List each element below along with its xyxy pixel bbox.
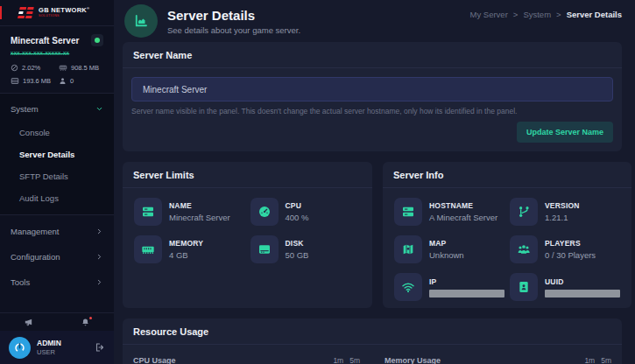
resource-usage-card: Resource Usage CPU Usage 1m 5m Memory Us… bbox=[123, 318, 622, 364]
sidebar-item-sftp-details[interactable]: SFTP Details bbox=[0, 165, 114, 187]
logout-icon[interactable] bbox=[95, 342, 105, 353]
info-item-uuid: UUID bbox=[510, 273, 620, 301]
gauge-icon bbox=[258, 205, 272, 219]
limit-label: DISK bbox=[286, 239, 309, 248]
chevron-right-icon bbox=[95, 278, 103, 286]
icon-tile bbox=[510, 273, 538, 301]
info-label: HOSTNAME bbox=[429, 201, 497, 210]
limit-value: 4 GB bbox=[169, 250, 203, 260]
legend-5m: 5m bbox=[601, 356, 611, 364]
status-online-dot bbox=[95, 38, 100, 43]
memory-icon bbox=[59, 64, 67, 72]
wifi-icon bbox=[401, 280, 415, 294]
info-label: UUID bbox=[545, 277, 620, 286]
brand-name: GB NETWORK bbox=[39, 6, 87, 14]
notification-dot bbox=[89, 317, 93, 320]
server-name-input[interactable] bbox=[131, 77, 613, 102]
configuration-label: Configuration bbox=[11, 252, 60, 262]
stat-disk-value: 193.6 MB bbox=[23, 77, 51, 85]
limit-value: 50 GB bbox=[286, 250, 309, 260]
stat-memory: 908.5 MB bbox=[59, 64, 103, 72]
announcements-icon[interactable] bbox=[24, 318, 33, 327]
server-stats: 2.02% 908.5 MB 193.6 MB 0 bbox=[11, 64, 103, 85]
limit-label: MEMORY bbox=[169, 239, 203, 248]
stat-disk: 193.6 MB bbox=[11, 77, 59, 85]
cpu-usage-chart-header: CPU Usage 1m 5m bbox=[133, 356, 372, 364]
server-info-card: Server Info HOSTNAMEA Minecraft Server V… bbox=[383, 162, 631, 308]
management-label: Management bbox=[11, 227, 59, 236]
info-value: 1.21.1 bbox=[545, 213, 580, 222]
nav-group-system[interactable]: System bbox=[0, 96, 114, 122]
avatar[interactable] bbox=[9, 337, 31, 359]
sidebar-item-management[interactable]: Management bbox=[0, 219, 114, 244]
brand-logo[interactable]: GB NETWORK® SOLUTIONS bbox=[0, 0, 114, 26]
redacted-value-bar bbox=[545, 290, 620, 298]
sidebar-item-configuration[interactable]: Configuration bbox=[0, 244, 114, 270]
icon-tile bbox=[394, 235, 422, 263]
sidebar-item-console[interactable]: Console bbox=[0, 122, 114, 144]
ram-icon bbox=[141, 242, 155, 256]
page-subtitle: See details about your game server. bbox=[167, 25, 300, 35]
user-role: USER bbox=[37, 348, 61, 356]
notifications-button[interactable] bbox=[81, 318, 90, 327]
limit-item-disk: DISK50 GB bbox=[250, 235, 362, 263]
limit-value: Minecraft Server bbox=[169, 213, 230, 222]
map-icon bbox=[401, 242, 415, 256]
id-card-icon bbox=[517, 280, 531, 294]
icon-tile bbox=[394, 198, 422, 226]
server-name-card: Server Name Server name visible in the p… bbox=[123, 42, 622, 151]
cpu-usage-legend: 1m 5m bbox=[333, 356, 360, 364]
server-name-label: Minecraft Server bbox=[11, 36, 79, 46]
edge-accent bbox=[0, 6, 2, 19]
redacted-value-bar bbox=[429, 290, 504, 298]
topbar: Server Details See details about your ga… bbox=[123, 0, 622, 42]
stat-players-value: 0 bbox=[70, 77, 74, 85]
chevron-right-icon bbox=[95, 253, 103, 261]
server-summary: Minecraft Server xxx.xxx.xxx.xxxxx.xx 2.… bbox=[0, 26, 114, 94]
nav-group-system-label: System bbox=[11, 104, 39, 114]
server-icon bbox=[141, 205, 155, 219]
icon-tile bbox=[250, 198, 279, 226]
limit-item-cpu: CPU400 % bbox=[250, 198, 362, 226]
sidebar-item-tools[interactable]: Tools bbox=[0, 270, 114, 295]
nav-system-group: System Console Server Details SFTP Detai… bbox=[0, 94, 114, 215]
breadcrumb-separator: > bbox=[556, 10, 561, 19]
info-label: VERSION bbox=[545, 201, 580, 210]
breadcrumb-separator: > bbox=[513, 10, 519, 19]
info-value: Unknown bbox=[429, 250, 464, 260]
chart-icon bbox=[133, 13, 149, 29]
chevron-right-icon bbox=[95, 228, 103, 235]
page-title: Server Details bbox=[167, 8, 300, 23]
breadcrumb-my-server[interactable]: My Server bbox=[470, 10, 508, 19]
breadcrumb-current: Server Details bbox=[567, 10, 622, 19]
limit-item-name: NAMEMinecraft Server bbox=[134, 198, 245, 226]
sidebar-item-server-details[interactable]: Server Details bbox=[0, 144, 114, 165]
limit-label: NAME bbox=[169, 201, 230, 210]
sidebar-footer-icons bbox=[0, 312, 114, 331]
info-label: MAP bbox=[429, 239, 464, 248]
legend-5m: 5m bbox=[349, 356, 360, 364]
info-item-map: MAPUnknown bbox=[394, 235, 504, 263]
icon-tile bbox=[250, 235, 279, 263]
update-server-name-button[interactable]: Update Server Name bbox=[517, 122, 613, 143]
icon-tile bbox=[510, 198, 538, 226]
sidebar-item-audit-logs[interactable]: Audit Logs bbox=[0, 187, 114, 209]
info-item-players: PLAYERS0 / 30 Players bbox=[510, 235, 620, 263]
stat-cpu: 2.02% bbox=[11, 64, 59, 72]
limit-item-memory: MEMORY4 GB bbox=[134, 235, 245, 263]
user-name: ADMIN bbox=[37, 339, 61, 348]
brand-tagline: SOLUTIONS bbox=[39, 15, 89, 18]
info-item-version: VERSION1.21.1 bbox=[510, 198, 620, 226]
nav-groups: Management Configuration Tools bbox=[0, 215, 114, 298]
memory-usage-legend: 1m 5m bbox=[584, 356, 611, 364]
stat-players: 0 bbox=[59, 77, 103, 85]
icon-tile bbox=[134, 198, 162, 226]
breadcrumb-system[interactable]: System bbox=[523, 10, 551, 19]
chevron-down-icon bbox=[95, 105, 103, 113]
limit-value: 400 % bbox=[286, 213, 309, 222]
info-label: PLAYERS bbox=[545, 239, 596, 248]
cpu-usage-label: CPU Usage bbox=[133, 356, 176, 364]
page-icon-circle bbox=[124, 4, 158, 38]
brand-text: GB NETWORK® SOLUTIONS bbox=[39, 7, 89, 18]
stat-cpu-value: 2.02% bbox=[22, 64, 40, 72]
